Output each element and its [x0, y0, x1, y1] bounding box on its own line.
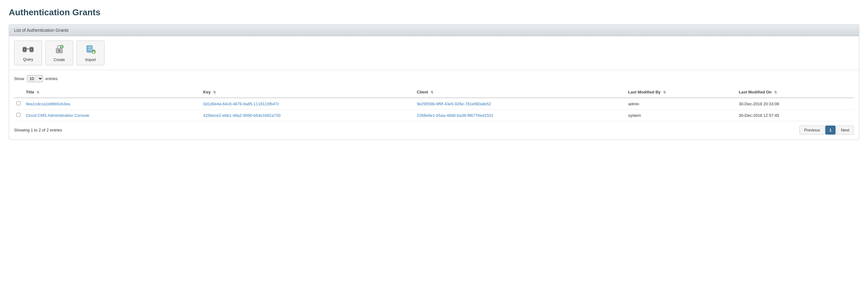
table-row: Cloud CMS Administration Console425bece2…	[14, 110, 854, 121]
svg-point-8	[58, 50, 60, 52]
key-sort-icon[interactable]: ⇅	[213, 90, 216, 94]
row-checkbox[interactable]	[17, 113, 21, 117]
col-title: Title ⇅	[23, 86, 200, 98]
import-icon	[86, 44, 95, 56]
svg-point-5	[24, 48, 26, 50]
title-link[interactable]: Cloud CMS Administration Console	[26, 113, 89, 118]
modified-by-sort-icon[interactable]: ⇅	[663, 90, 666, 94]
row-modified-on: 30-Dec-2018 12:57:45	[736, 110, 854, 121]
key-link[interactable]: 425bece2-ebb1-48a2-9090-b64e1682a730	[203, 113, 280, 118]
col-checkbox	[14, 86, 23, 98]
title-sort-icon[interactable]: ⇅	[36, 90, 39, 94]
title-link[interactable]: 9ea1cdcca1dd6b5cb3ea	[26, 102, 70, 106]
svg-rect-16	[87, 48, 88, 49]
page-title: Authentication Grants	[9, 7, 859, 17]
row-key: 0d1d0e4a-64c8-4878-9a85-1118115fb47c	[200, 98, 414, 110]
query-label: Query	[23, 57, 33, 62]
grants-table: Title ⇅ Key ⇅ Client ⇅ Last Modified By …	[14, 86, 854, 121]
row-modified-by: system	[626, 110, 736, 121]
client-link[interactable]: 2268e6e1-b5aa-48d0-ba38-f96776ed1501	[417, 113, 493, 118]
show-entries-row: Show 10 25 50 100 entries	[14, 75, 854, 82]
query-icon	[23, 44, 34, 56]
import-button[interactable]: Import	[76, 40, 104, 65]
client-sort-icon[interactable]: ⇅	[431, 90, 433, 94]
create-button[interactable]: Create	[45, 40, 73, 65]
showing-text: Showing 1 to 2 of 2 entries	[14, 128, 62, 132]
query-button[interactable]: Query	[14, 40, 42, 65]
main-panel: List of Authentication Grants Query	[9, 24, 859, 140]
import-label: Import	[85, 58, 96, 62]
page-1-button[interactable]: 1	[825, 126, 836, 135]
client-link[interactable]: 9e29558b-9f9f-43e5-926e-781e983afe52	[417, 102, 491, 106]
row-checkbox[interactable]	[17, 101, 21, 105]
create-label: Create	[54, 58, 65, 62]
content-area: Show 10 25 50 100 entries Title ⇅ Key	[9, 70, 859, 140]
col-modified-by: Last Modified By ⇅	[626, 86, 736, 98]
col-modified-on: Last Modified On ⇅	[736, 86, 854, 98]
table-row: 9ea1cdcca1dd6b5cb3ea0d1d0e4a-64c8-4878-9…	[14, 98, 854, 110]
key-link[interactable]: 0d1d0e4a-64c8-4878-9a85-1118115fb47c	[203, 102, 279, 106]
row-title: 9ea1cdcca1dd6b5cb3ea	[23, 98, 200, 110]
entries-label: entries	[45, 76, 58, 81]
svg-rect-15	[87, 46, 88, 47]
svg-rect-2	[27, 48, 30, 49]
row-client: 2268e6e1-b5aa-48d0-ba38-f96776ed1501	[414, 110, 626, 121]
next-button[interactable]: Next	[836, 126, 854, 135]
show-label: Show	[14, 76, 24, 81]
row-key: 425bece2-ebb1-48a2-9090-b64e1682a730	[200, 110, 414, 121]
row-modified-on: 30-Dec-2018 20:33:08	[736, 98, 854, 110]
table-header-row: Title ⇅ Key ⇅ Client ⇅ Last Modified By …	[14, 86, 854, 98]
row-title: Cloud CMS Administration Console	[23, 110, 200, 121]
footer-row: Showing 1 to 2 of 2 entries Previous 1 N…	[14, 126, 854, 135]
modified-on-sort-icon[interactable]: ⇅	[774, 90, 777, 94]
entries-select[interactable]: 10 25 50 100	[27, 75, 43, 82]
panel-header: List of Authentication Grants	[9, 25, 859, 36]
col-key: Key ⇅	[200, 86, 414, 98]
svg-point-6	[31, 48, 32, 50]
toolbar: Query Create	[9, 36, 859, 70]
row-client: 9e29558b-9f9f-43e5-926e-781e983afe52	[414, 98, 626, 110]
previous-button[interactable]: Previous	[799, 126, 825, 135]
col-client: Client ⇅	[414, 86, 626, 98]
create-icon	[54, 44, 64, 56]
pagination: Previous 1 Next	[799, 126, 854, 135]
row-modified-by: admin	[626, 98, 736, 110]
